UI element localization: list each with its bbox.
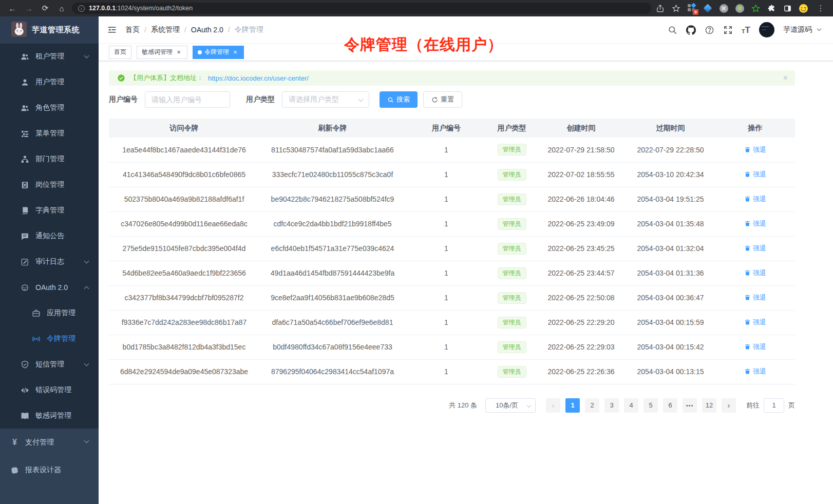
extension-grid-icon[interactable]: 9 <box>687 4 696 13</box>
page-button-12[interactable]: 12 <box>702 398 716 413</box>
trash-icon <box>744 368 751 375</box>
sidebar-item-post[interactable]: 岗位管理 <box>0 172 99 198</box>
search-icon[interactable] <box>668 25 677 35</box>
app-briefcase-icon <box>32 309 41 318</box>
alert-close-icon[interactable]: × <box>783 74 788 82</box>
forward-icon[interactable]: → <box>23 2 35 14</box>
chevron-down-icon[interactable] <box>817 27 821 31</box>
sidebar-item-dict[interactable]: 字典管理 <box>0 198 99 223</box>
username[interactable]: 芋道源码 <box>783 25 812 34</box>
tab-home[interactable]: 首页 <box>109 46 131 59</box>
tab-sensitive-word[interactable]: 敏感词管理× <box>137 46 187 59</box>
back-icon[interactable]: ← <box>6 2 18 14</box>
user-type-badge: 管理员 <box>498 144 526 156</box>
cell-user-id: 1 <box>406 285 487 310</box>
sidebar-item-menu[interactable]: 菜单管理 <box>0 121 99 146</box>
cell-refresh-token: 811c530487574fa0af1a59d3abc1aa66 <box>259 138 406 162</box>
force-logout-button[interactable]: 强退 <box>744 318 766 327</box>
sidebar-item-role[interactable]: 角色管理 <box>0 95 99 121</box>
avatar[interactable] <box>759 22 774 37</box>
sidebar-item-user[interactable]: 用户管理 <box>0 69 99 95</box>
filter-form: 用户编号 用户类型 请选择用户类型 搜索 重置 <box>109 91 795 108</box>
fullscreen-icon[interactable] <box>723 25 733 35</box>
sidebar: 芋道管理系统 租户管理用户管理角色管理菜单管理部门管理岗位管理字典管理通知公告审… <box>0 16 99 504</box>
font-size-icon[interactable]: TT <box>742 26 750 34</box>
sidebar-item-sensitive[interactable]: 敏感词管理 <box>0 403 99 429</box>
site-info-icon[interactable]: i <box>78 5 85 12</box>
force-logout-button[interactable]: 强退 <box>744 244 766 253</box>
github-icon[interactable] <box>686 25 696 35</box>
goto-page-input[interactable] <box>764 398 784 413</box>
force-logout-button[interactable]: 强退 <box>744 195 766 204</box>
tab-close-icon[interactable]: × <box>175 49 182 56</box>
force-logout-button[interactable]: 强退 <box>744 145 766 154</box>
page-button-5[interactable]: 5 <box>643 398 658 413</box>
sidebar-item-sms[interactable]: 短信管理 <box>0 352 99 377</box>
report-designer-icon <box>10 466 19 475</box>
col-user-id: 用户编号 <box>406 119 487 138</box>
force-logout-button[interactable]: 强退 <box>744 293 766 302</box>
cell-access-token: 1ea5e44f8bc1467aaede43144f31de76 <box>109 138 259 162</box>
force-logout-button[interactable]: 强退 <box>744 268 766 278</box>
profile-emoji-icon[interactable] <box>799 4 808 13</box>
sidebar-item-errcode[interactable]: 错误码管理 <box>0 377 99 403</box>
page-button-1[interactable]: 1 <box>565 398 580 413</box>
help-icon[interactable] <box>705 25 714 35</box>
sidebar-item-audit[interactable]: 审计日志 <box>0 249 99 275</box>
share-icon[interactable] <box>655 4 665 13</box>
tab-close-icon[interactable]: × <box>232 49 239 56</box>
bookmark-star-icon[interactable] <box>671 4 680 13</box>
sidebar-item-oauth2-app[interactable]: 应用管理 <box>0 300 99 326</box>
user-id-input[interactable] <box>145 91 230 108</box>
user-type-select[interactable]: 请选择用户类型 <box>282 91 369 108</box>
page-content: 【用户体系】文档地址： https://doc.iocoder.cn/user-… <box>99 61 833 413</box>
sidebar-item-label: 错误码管理 <box>35 385 71 395</box>
page-size-select[interactable]: 10条/页 <box>485 398 536 413</box>
puzzle-extensions-icon[interactable] <box>767 4 776 13</box>
force-logout-button[interactable]: 强退 <box>744 342 766 352</box>
sidebar-item-report[interactable]: 报表设计器 <box>0 456 99 484</box>
gem-extension-icon[interactable] <box>703 4 712 13</box>
sidebar-item-oauth2-token[interactable]: 令牌管理 <box>0 326 99 352</box>
page-button-4[interactable]: 4 <box>624 398 638 413</box>
next-page-button[interactable]: › <box>722 398 736 413</box>
address-bar[interactable]: i 127.0.0.1:1024/system/oauth2/token <box>72 3 651 14</box>
sidebar-item-label: 岗位管理 <box>35 180 64 189</box>
cell-expire-time: 2054-03-04 00:36:47 <box>626 285 715 310</box>
reset-button[interactable]: 重置 <box>423 91 462 108</box>
app-logo-bar[interactable]: 芋道管理系统 <box>0 16 99 44</box>
search-button[interactable]: 搜索 <box>380 91 418 108</box>
sidebar-item-notice[interactable]: 通知公告 <box>0 223 99 249</box>
breadcrumb-home[interactable]: 首页 <box>125 25 140 34</box>
goto-label: 前往 <box>746 401 760 410</box>
trash-icon <box>744 220 751 227</box>
doc-link[interactable]: https://doc.iocoder.cn/user-center/ <box>208 74 309 82</box>
recorder-extension-icon[interactable] <box>735 4 744 13</box>
sidebar-item-dept[interactable]: 部门管理 <box>0 146 99 172</box>
page-button-2[interactable]: 2 <box>585 398 599 413</box>
sidebar-item-label: 通知公告 <box>35 231 64 241</box>
page-button-6[interactable]: 6 <box>663 398 677 413</box>
page-button-3[interactable]: 3 <box>604 398 619 413</box>
trash-icon <box>744 171 751 178</box>
sidebar-item-tenant[interactable]: 租户管理 <box>0 44 99 69</box>
force-logout-button[interactable]: 强退 <box>744 170 766 179</box>
home-icon[interactable]: ⌂ <box>55 2 68 14</box>
star-extension-icon[interactable] <box>751 4 760 13</box>
force-logout-button[interactable]: 强退 <box>744 367 766 376</box>
breadcrumb-system[interactable]: 系统管理 <box>151 25 180 34</box>
sidebar-item-pay[interactable]: ¥支付管理 <box>0 429 99 456</box>
breadcrumb-oauth2[interactable]: OAuth 2.0 <box>191 26 223 34</box>
reload-icon[interactable]: ⟳ <box>39 2 51 14</box>
sidebar-item-oauth2[interactable]: OAuth 2.0 <box>0 275 99 300</box>
prev-page-button[interactable]: ‹ <box>546 398 560 413</box>
browser-menu-icon[interactable]: ⋮ <box>815 2 827 14</box>
tab-label: 敏感词管理 <box>142 48 173 56</box>
tab-token[interactable]: 令牌管理× <box>193 46 244 59</box>
menu-fold-icon[interactable] <box>107 25 117 35</box>
force-logout-button[interactable]: 强退 <box>744 219 766 228</box>
command-extension-icon[interactable]: ⌘ <box>719 4 728 13</box>
cell-expire-time: 2054-03-04 00:15:59 <box>626 310 715 335</box>
more-pages-button[interactable]: ••• <box>683 398 697 413</box>
side-panel-icon[interactable] <box>783 4 792 13</box>
